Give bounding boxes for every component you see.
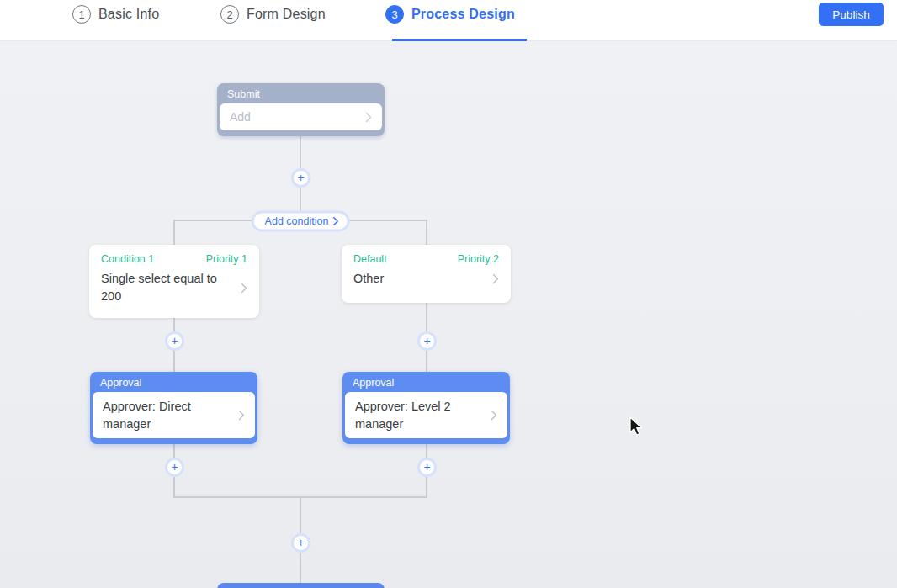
plus-icon: + [171, 335, 178, 347]
condition-node-default-header: Default Priority 2 [342, 245, 511, 268]
active-tab-underline [392, 39, 527, 41]
next-node-partial[interactable] [217, 583, 385, 588]
chevron-right-icon [492, 273, 499, 284]
plus-icon: + [171, 461, 178, 473]
add-node-button[interactable]: + [417, 458, 437, 477]
condition-name: Condition 1 [101, 253, 154, 265]
condition-priority: Priority 2 [458, 253, 499, 265]
tab-process-design[interactable]: 3 Process Design [385, 4, 515, 24]
approval-node-2-title: Approval [342, 372, 510, 392]
condition-node-default[interactable]: Default Priority 2 Other [342, 245, 511, 303]
approval-node-1-body[interactable]: Approver: Direct manager [93, 392, 255, 438]
submit-node-title: Submit [217, 83, 385, 103]
process-design-canvas: Submit Add + Add condition Condition 1 P… [0, 41, 897, 588]
submit-node-add-action[interactable]: Add [220, 103, 382, 130]
add-node-button[interactable]: + [165, 331, 184, 351]
approval-summary: Approver: Level 2 manager [355, 398, 486, 433]
step-2-label: Form Design [247, 7, 326, 22]
condition-node-1[interactable]: Condition 1 Priority 1 Single select equ… [89, 245, 259, 318]
condition-node-1-body: Single select equal to 200 [89, 268, 259, 315]
condition-node-1-header: Condition 1 Priority 1 [89, 245, 259, 268]
condition-summary: Single select equal to 200 [101, 270, 236, 305]
submit-node-placeholder: Add [230, 109, 360, 126]
add-node-button[interactable]: + [291, 168, 310, 188]
approval-summary: Approver: Direct manager [103, 398, 233, 433]
add-condition-label: Add condition [265, 215, 329, 227]
add-condition-button[interactable]: Add condition [252, 211, 350, 232]
step-3-circle: 3 [385, 5, 404, 24]
publish-button[interactable]: Publish [819, 3, 884, 26]
plus-icon: + [423, 461, 430, 473]
approval-node-2: Approval Approver: Level 2 manager [342, 372, 510, 444]
chevron-right-icon [491, 410, 497, 421]
condition-node-default-body: Other [342, 268, 511, 297]
step-1-circle: 1 [72, 5, 91, 24]
add-node-button[interactable]: + [165, 458, 184, 477]
plus-icon: + [297, 537, 304, 548]
chevron-right-icon [332, 216, 338, 225]
wizard-header: 1 Basic Info 2 Form Design 3 Process Des… [0, 0, 897, 41]
approval-node-1: Approval Approver: Direct manager [90, 372, 257, 444]
step-3-label: Process Design [411, 7, 515, 22]
plus-icon: + [423, 335, 430, 347]
add-node-button[interactable]: + [417, 331, 437, 351]
approval-node-2-body[interactable]: Approver: Level 2 manager [345, 392, 507, 438]
chevron-right-icon [241, 283, 247, 294]
chevron-right-icon [238, 410, 245, 421]
chevron-right-icon [365, 112, 372, 123]
tab-form-design[interactable]: 2 Form Design [220, 4, 326, 24]
condition-name: Default [353, 253, 387, 265]
submit-node: Submit Add [217, 83, 385, 136]
condition-priority: Priority 1 [206, 253, 247, 265]
plus-icon: + [297, 172, 304, 183]
mouse-cursor [629, 416, 643, 437]
step-2-circle: 2 [220, 5, 239, 24]
condition-summary: Other [353, 270, 487, 288]
step-1-label: Basic Info [98, 7, 159, 22]
tab-basic-info[interactable]: 1 Basic Info [72, 4, 159, 24]
add-node-button[interactable]: + [291, 533, 310, 553]
approval-node-1-title: Approval [90, 372, 257, 392]
